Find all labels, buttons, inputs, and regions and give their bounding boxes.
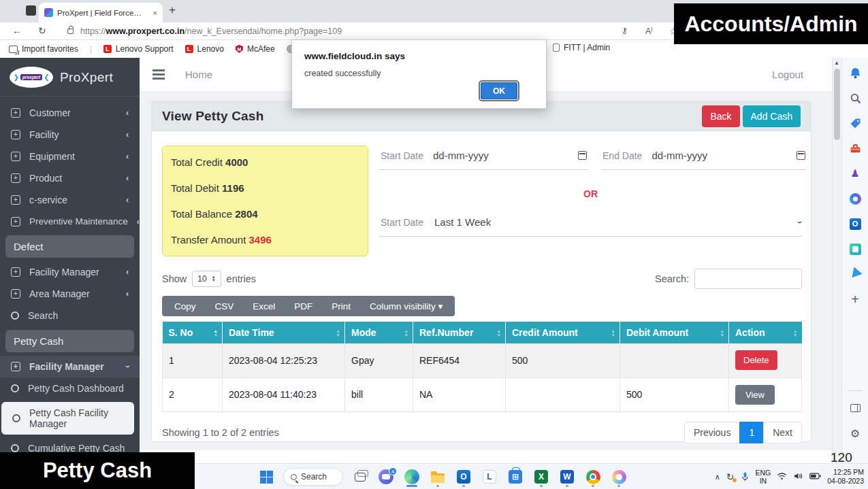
calendar-icon[interactable] bbox=[578, 151, 587, 160]
bookmark-import-favorites[interactable]: Import favorites bbox=[9, 44, 78, 54]
sidebar-item-search[interactable]: Search bbox=[0, 305, 140, 326]
battery-icon[interactable] bbox=[809, 473, 821, 481]
column-header-debit[interactable]: Debit Amount▲▼ bbox=[620, 322, 729, 343]
microsoft-365-icon[interactable] bbox=[843, 187, 867, 210]
excel-button[interactable]: Excel bbox=[243, 296, 285, 316]
sidebar-item-facility-manager[interactable]: +Facility Manager‹ bbox=[0, 261, 140, 283]
toolbox-icon[interactable] bbox=[843, 137, 867, 160]
sidebar-item-petty-cash-dashboard[interactable]: Petty Cash Dashboard bbox=[0, 377, 140, 399]
taskbar-search[interactable]: Search bbox=[283, 468, 343, 486]
delete-button[interactable]: Delete bbox=[735, 350, 777, 370]
table-search-input[interactable] bbox=[694, 269, 802, 289]
previous-page-button[interactable]: Previous bbox=[684, 422, 740, 443]
column-visibility-button[interactable]: Column visibility ▾ bbox=[360, 296, 452, 316]
settings-gear-icon[interactable]: ⚙ bbox=[843, 422, 867, 445]
url-domain: www.proxpert.co.in bbox=[106, 27, 185, 36]
column-header-credit[interactable]: Credit Amount▲▼ bbox=[506, 322, 620, 343]
nav-home-link[interactable]: Home bbox=[185, 69, 212, 80]
paint-button[interactable] bbox=[610, 466, 628, 488]
date-range-select[interactable]: Start Date Last 1 Week ‹ bbox=[379, 214, 802, 237]
file-explorer-button[interactable] bbox=[429, 466, 447, 488]
notifications-bell-icon[interactable] bbox=[843, 61, 867, 84]
column-header-sno[interactable]: S. No▲▼ bbox=[163, 322, 223, 343]
word-button[interactable]: W bbox=[558, 466, 576, 488]
bookmark-fitt-admin[interactable]: FITT | Admin bbox=[553, 43, 610, 52]
start-button[interactable] bbox=[257, 466, 275, 488]
bookmark-lenovo-support[interactable]: LLenovo Support bbox=[103, 44, 174, 54]
search-icon[interactable] bbox=[843, 86, 867, 109]
page-length-select[interactable]: 10▲▼ bbox=[192, 271, 221, 287]
hidden-icons-chevron[interactable]: ∧ bbox=[715, 473, 720, 482]
back-button[interactable]: Back bbox=[702, 105, 739, 127]
designer-image-icon[interactable] bbox=[843, 237, 867, 260]
csv-button[interactable]: CSV bbox=[206, 296, 244, 316]
end-date-input[interactable] bbox=[652, 150, 787, 161]
chrome-button[interactable] bbox=[584, 466, 602, 488]
hamburger-menu-icon[interactable] bbox=[152, 69, 165, 71]
sync-status-icon[interactable]: ↻ bbox=[726, 471, 735, 482]
sidebar-item-preventive-maintenance[interactable]: +Preventive Maintenance‹ bbox=[0, 211, 140, 232]
pdf-button[interactable]: PDF bbox=[285, 296, 322, 316]
drop-kite-icon[interactable] bbox=[843, 263, 867, 286]
lenovo-vantage-button[interactable]: L bbox=[481, 466, 498, 488]
sidebar-item-cumulative-petty-cash[interactable]: Cumulative Petty Cash bbox=[0, 437, 140, 452]
sidebar-item-area-manager[interactable]: +Area Manager‹ bbox=[0, 283, 140, 305]
edge-button[interactable] bbox=[403, 466, 421, 488]
sidebar-item-product[interactable]: +Product‹ bbox=[0, 167, 140, 189]
language-indicator[interactable]: ENGIN bbox=[756, 469, 771, 485]
scroll-up-arrow-icon[interactable]: ▲ bbox=[834, 60, 839, 66]
games-chess-icon[interactable]: ♟ bbox=[843, 162, 867, 185]
lock-icon[interactable] bbox=[67, 29, 74, 34]
sidebar-section-defect[interactable]: Defect bbox=[5, 235, 134, 258]
nav-logout-link[interactable]: Logout bbox=[772, 69, 803, 80]
microsoft-store-button[interactable]: ⊞ bbox=[507, 466, 524, 488]
add-cash-button[interactable]: Add Cash bbox=[743, 105, 801, 127]
sidebar-item-equipment[interactable]: +Equipment‹ bbox=[0, 146, 140, 167]
read-aloud-icon[interactable]: A) bbox=[645, 26, 653, 36]
start-date-label: Start Date bbox=[381, 150, 423, 161]
page-scrollbar[interactable]: ▲ bbox=[832, 58, 841, 463]
new-tab-button[interactable]: + bbox=[169, 3, 176, 17]
teams-chat-button[interactable]: 4 bbox=[377, 466, 395, 488]
sidebar-item-c-service[interactable]: +c-service‹ bbox=[0, 189, 140, 211]
scrollbar-thumb[interactable] bbox=[834, 69, 840, 140]
sidebar-section-petty-cash[interactable]: Petty Cash bbox=[5, 330, 134, 352]
view-button[interactable]: View bbox=[735, 385, 775, 405]
page-1-button[interactable]: 1 bbox=[739, 422, 764, 443]
url-text[interactable]: https://www.proxpert.co.in/new_k_Eversen… bbox=[80, 27, 342, 36]
password-key-icon[interactable]: ⚷ bbox=[622, 26, 628, 35]
outlook-button[interactable]: O bbox=[455, 466, 472, 488]
tab-actions-icon[interactable] bbox=[26, 5, 36, 16]
back-icon[interactable]: ← bbox=[12, 25, 22, 36]
calendar-icon[interactable] bbox=[797, 151, 805, 160]
sidebar-item-facility[interactable]: +Facility‹ bbox=[0, 124, 140, 146]
outlook-icon[interactable]: O bbox=[843, 212, 867, 235]
volume-icon[interactable] bbox=[793, 472, 803, 482]
wifi-icon[interactable] bbox=[777, 472, 787, 482]
shopping-tag-icon[interactable] bbox=[843, 112, 867, 135]
sidebar-item-customer[interactable]: +Customer‹ bbox=[0, 102, 140, 124]
start-date-input[interactable] bbox=[433, 150, 568, 161]
excel-button[interactable]: X bbox=[532, 466, 550, 488]
clock[interactable]: 12:25 PM04-08-2023 bbox=[827, 468, 864, 486]
column-header-refnumber[interactable]: Ref.Number▲▼ bbox=[413, 322, 506, 343]
refresh-icon[interactable]: ↻ bbox=[38, 25, 46, 36]
sidebar-item-petty-cash-facility-manager[interactable]: Petty Cash Facility Manager bbox=[1, 402, 134, 435]
next-page-button[interactable]: Next bbox=[763, 422, 802, 443]
column-header-datetime[interactable]: Date Time▲▼ bbox=[223, 322, 345, 343]
microphone-icon[interactable] bbox=[741, 471, 750, 483]
sidebar-panel-icon[interactable] bbox=[843, 397, 867, 420]
task-view-button[interactable] bbox=[351, 466, 369, 488]
add-sidebar-item-icon[interactable]: + bbox=[843, 288, 867, 311]
column-header-action[interactable]: Action▲▼ bbox=[729, 322, 802, 343]
bookmark-mcafee[interactable]: MMcAfee bbox=[236, 44, 275, 54]
ok-button[interactable]: OK bbox=[481, 82, 517, 99]
column-header-mode[interactable]: Mode▲▼ bbox=[345, 322, 413, 343]
total-credit-line: Total Credit 4000 bbox=[171, 156, 359, 168]
tab-close-icon[interactable]: × bbox=[153, 9, 157, 17]
sidebar-item-facility-manager-expanded[interactable]: +Facility Manager‹ bbox=[0, 356, 140, 377]
print-button[interactable]: Print bbox=[322, 296, 360, 316]
bookmark-lenovo[interactable]: LLenovo bbox=[185, 44, 224, 54]
copy-button[interactable]: Copy bbox=[165, 296, 206, 316]
browser-tab[interactable]: ProXpert | Field Force Automation × bbox=[39, 3, 163, 22]
